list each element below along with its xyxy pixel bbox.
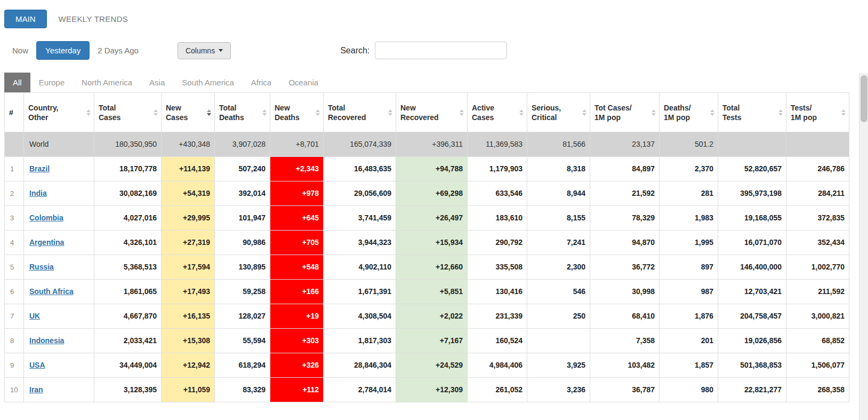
cell-total_cases: 4,326,101 <box>94 231 162 255</box>
col-header-total_cases[interactable]: TotalCases <box>94 93 162 132</box>
cell-country: Iran <box>24 378 94 402</box>
cell-cases_per_1m: 7,358 <box>590 329 660 353</box>
cell-deaths_per_1m: 987 <box>660 280 718 304</box>
country-link-iran[interactable]: Iran <box>29 385 43 394</box>
cell-active_cases: 335,508 <box>468 255 527 280</box>
region-tab-north-america[interactable]: North America <box>73 73 141 92</box>
col-header-cases_per_1m[interactable]: Tot Cases/1M pop <box>590 93 660 132</box>
country-link-russia[interactable]: Russia <box>29 263 54 271</box>
cell-total_tests: 52,820,657 <box>718 157 786 181</box>
region-tab-oceania[interactable]: Oceania <box>280 73 327 92</box>
filter-2-days-ago[interactable]: 2 Days Ago <box>90 42 147 59</box>
cell-tests_per_1m: 68,852 <box>786 329 849 353</box>
scrollbar-thumb[interactable] <box>861 75 867 122</box>
columns-dropdown-button[interactable]: Columns <box>178 42 231 59</box>
country-link-colombia[interactable]: Colombia <box>29 213 63 222</box>
cell-total_deaths: 392,014 <box>215 181 270 206</box>
cell-deaths_per_1m: 980 <box>660 378 718 402</box>
cell-serious_critical: 3,236 <box>527 378 590 402</box>
cell-new_cases: +114,139 <box>162 157 215 181</box>
sort-icon <box>710 109 714 116</box>
cell-new_recovered: +15,934 <box>396 231 468 255</box>
table-row-south-africa: 6South Africa1,861,065+17,49359,258+1661… <box>5 280 849 304</box>
tab-weekly-trends[interactable]: WEEKLY TRENDS <box>59 14 128 23</box>
country-link-india[interactable]: India <box>29 189 47 197</box>
cell-total_tests: 204,758,457 <box>718 304 786 329</box>
filter-now[interactable]: Now <box>4 42 36 59</box>
cell-rank: 4 <box>5 231 24 255</box>
col-header-label: NewRecovered <box>400 103 456 122</box>
cell-new_cases: +54,319 <box>162 181 215 206</box>
cell-cases_per_1m: 36,787 <box>590 378 660 402</box>
col-header-new_cases[interactable]: NewCases <box>162 93 215 132</box>
cell-total_cases: 4,667,870 <box>94 304 162 329</box>
cell-total_deaths: 101,947 <box>215 206 270 231</box>
cell-total_cases: 34,449,004 <box>94 353 162 378</box>
col-header-label: NewCases <box>166 103 204 122</box>
sort-icon <box>460 109 464 116</box>
world-row: World180,350,950+430,3483,907,028+8,7011… <box>5 132 849 157</box>
cell-serious_critical: 81,566 <box>527 132 590 157</box>
col-header-deaths_per_1m[interactable]: Deaths/1M pop <box>660 93 718 132</box>
cell-total_deaths: 128,027 <box>215 304 270 329</box>
vertical-scrollbar[interactable] <box>859 73 868 420</box>
region-tab-europe[interactable]: Europe <box>30 73 73 92</box>
col-header-new_deaths[interactable]: NewDeaths <box>270 93 324 132</box>
table-row-india: 2India30,082,169+54,319392,014+97829,056… <box>5 181 849 206</box>
col-header-new_recovered[interactable]: NewRecovered <box>396 93 468 132</box>
cell-tests_per_1m: 3,000,821 <box>786 304 849 329</box>
cell-tests_per_1m: 268,358 <box>786 378 849 402</box>
country-link-usa[interactable]: USA <box>29 361 45 369</box>
cell-new_deaths: +705 <box>270 231 324 255</box>
cell-cases_per_1m: 30,998 <box>590 280 660 304</box>
cell-country: Brazil <box>24 157 94 181</box>
cell-total_recovered: 28,846,304 <box>324 353 396 378</box>
cell-active_cases: 261,052 <box>468 378 527 402</box>
cell-total_recovered: 3,944,323 <box>324 231 396 255</box>
col-header-active_cases[interactable]: ActiveCases <box>468 93 527 132</box>
search-input[interactable] <box>375 42 507 59</box>
cell-active_cases: 1,179,903 <box>468 157 527 181</box>
cell-active_cases: 633,546 <box>468 181 527 206</box>
cell-total_cases: 1,861,065 <box>94 280 162 304</box>
col-header-label: TotalTests <box>722 103 775 122</box>
tab-main[interactable]: MAIN <box>4 10 47 28</box>
country-link-south-africa[interactable]: South Africa <box>29 287 74 296</box>
cell-country: India <box>24 181 94 206</box>
region-tab-asia[interactable]: Asia <box>141 73 173 92</box>
cell-new_deaths: +19 <box>270 304 324 329</box>
country-link-indonesia[interactable]: Indonesia <box>29 336 64 345</box>
cell-total_deaths: 59,258 <box>215 280 270 304</box>
cell-new_recovered: +69,298 <box>396 181 468 206</box>
region-tab-all[interactable]: All <box>4 73 30 92</box>
country-link-argentina[interactable]: Argentina <box>29 238 64 247</box>
col-header-serious_critical[interactable]: Serious,Critical <box>527 93 590 132</box>
country-link-uk[interactable]: UK <box>29 312 40 320</box>
cell-deaths_per_1m: 281 <box>660 181 718 206</box>
region-tab-south-america[interactable]: South America <box>173 73 243 92</box>
cell-new_deaths: +2,343 <box>270 157 324 181</box>
col-header-total_deaths[interactable]: TotalDeaths <box>215 93 270 132</box>
cell-serious_critical: 8,155 <box>527 206 590 231</box>
cell-new_cases: +17,493 <box>162 280 215 304</box>
region-tab-africa[interactable]: Africa <box>243 73 280 92</box>
col-header-total_tests[interactable]: TotalTests <box>718 93 786 132</box>
top-tab-bar: MAIN WEEKLY TRENDS <box>4 10 868 28</box>
cell-serious_critical: 546 <box>527 280 590 304</box>
filter-yesterday[interactable]: Yesterday <box>36 41 90 60</box>
country-link-brazil[interactable]: Brazil <box>29 164 50 173</box>
col-header-total_recovered[interactable]: TotalRecovered <box>324 93 396 132</box>
cell-new_recovered: +396,311 <box>396 132 468 157</box>
cell-deaths_per_1m: 1,983 <box>660 206 718 231</box>
col-header-label: Deaths/1M pop <box>664 103 707 122</box>
col-header-label: # <box>9 108 13 117</box>
col-header-tests_per_1m[interactable]: Tests/1M pop <box>786 93 849 132</box>
cell-active_cases: 11,369,583 <box>468 132 527 157</box>
cell-new_deaths: +166 <box>270 280 324 304</box>
col-header-country[interactable]: Country,Other <box>24 93 94 132</box>
col-header-label: TotalCases <box>99 103 150 122</box>
cell-deaths_per_1m: 201 <box>660 329 718 353</box>
cell-new_recovered: +94,788 <box>396 157 468 181</box>
covid-stats-table: #Country,OtherTotalCasesNewCasesTotalDea… <box>4 92 849 402</box>
sort-icon <box>86 109 91 116</box>
